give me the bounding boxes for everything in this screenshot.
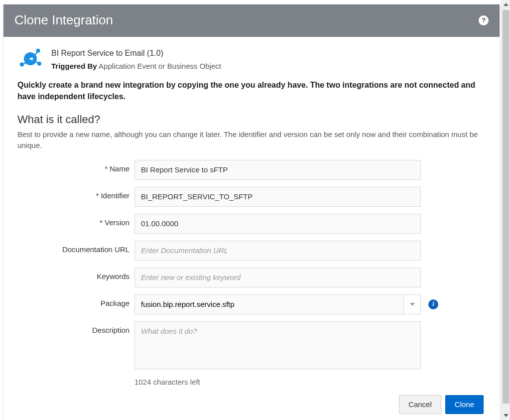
- scroll-thumb[interactable]: [503, 10, 510, 404]
- char-counter: 1024 characters left: [134, 378, 486, 386]
- intro-text: Quickly create a brand new integration b…: [17, 79, 486, 102]
- integration-summary: BI Report Service to Email (1.0) Trigger…: [17, 46, 486, 73]
- scrollbar[interactable]: [501, 0, 510, 420]
- integration-icon: [17, 46, 43, 73]
- dialog-title: Clone Integration: [14, 12, 113, 28]
- description-label: Description: [17, 321, 134, 334]
- package-label: Package: [17, 294, 134, 307]
- triggered-by-label: Triggered By: [51, 62, 97, 70]
- svg-line-6: [36, 62, 38, 63]
- package-field[interactable]: [134, 294, 404, 314]
- package-dropdown-button[interactable]: [404, 294, 421, 314]
- chevron-down-icon: [409, 301, 415, 307]
- section-hint: Best to provide a new name, although you…: [17, 129, 486, 151]
- version-label: *Version: [17, 214, 134, 227]
- integration-trigger: Triggered By Application Event or Busine…: [51, 62, 221, 70]
- triggered-by-value: Application Event or Business Object: [99, 62, 221, 70]
- scroll-up-button[interactable]: [502, 0, 510, 9]
- info-icon[interactable]: i: [428, 299, 438, 309]
- keywords-label: Keywords: [17, 268, 134, 280]
- integration-name: BI Report Service to Email (1.0): [51, 49, 221, 58]
- scroll-down-button[interactable]: [502, 411, 510, 420]
- name-label: *Name: [17, 160, 134, 173]
- dialog-header: Clone Integration ?: [3, 4, 500, 37]
- dialog-body: BI Report Service to Email (1.0) Trigger…: [3, 37, 500, 420]
- help-icon[interactable]: ?: [479, 15, 489, 25]
- svg-point-3: [37, 62, 41, 66]
- keywords-field[interactable]: [134, 268, 421, 287]
- svg-line-4: [23, 63, 25, 64]
- identifier-label: *Identifier: [17, 187, 134, 200]
- docurl-label: Documentation URL: [17, 241, 134, 254]
- identifier-field[interactable]: [134, 187, 421, 207]
- description-field[interactable]: [134, 321, 421, 369]
- docurl-field[interactable]: [134, 241, 421, 261]
- clone-integration-dialog: Clone Integration ?: [3, 4, 500, 420]
- clone-button[interactable]: Clone: [445, 395, 484, 414]
- name-field[interactable]: [134, 160, 421, 180]
- section-heading: What is it called?: [17, 113, 486, 126]
- svg-line-5: [35, 52, 37, 55]
- cancel-button[interactable]: Cancel: [399, 395, 441, 414]
- version-field[interactable]: [134, 214, 421, 234]
